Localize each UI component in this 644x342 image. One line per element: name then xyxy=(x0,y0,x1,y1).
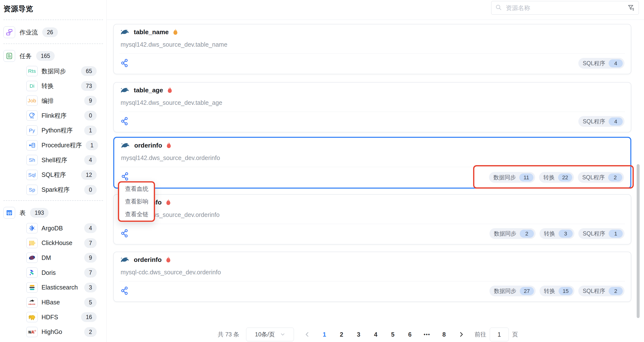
lineage-share-icon[interactable] xyxy=(120,59,129,67)
task-count-tag[interactable]: 数据同步2 xyxy=(490,228,536,239)
task-count-tags: SQL程序4 xyxy=(578,116,624,127)
task-count-tag[interactable]: SQL程序2 xyxy=(578,172,624,183)
sidebar-item-spark[interactable]: SpSpark程序0 xyxy=(26,182,97,197)
mysql-dolphin-icon xyxy=(120,87,130,94)
resource-name: orderinfo xyxy=(134,142,162,149)
sidebar-group-table[interactable]: 表193 xyxy=(4,205,48,220)
sidebar-item-highgo[interactable]: 瀚高 HighGo2 xyxy=(26,325,97,339)
filter-icon[interactable] xyxy=(628,4,635,12)
resource-path: mysql142.dws_source_dev.table_name xyxy=(120,41,227,48)
goto-label: 前往 xyxy=(474,330,486,338)
search-input[interactable] xyxy=(505,4,624,12)
prev-page-button[interactable] xyxy=(299,331,316,337)
tag-label: 数据同步 xyxy=(494,230,516,237)
menu-item-view-fullchain[interactable]: 查看全链 xyxy=(119,208,154,221)
lineage-share-icon[interactable] xyxy=(120,117,129,126)
resource-name: table_age xyxy=(134,87,163,94)
lineage-share-icon[interactable] xyxy=(120,172,130,181)
next-page-button[interactable] xyxy=(452,331,470,337)
task-count-tag[interactable]: 转换15 xyxy=(540,285,574,296)
tag-label: 数据同步 xyxy=(494,287,516,295)
tag-label: 转换 xyxy=(544,174,555,181)
task-count-tag[interactable]: 数据同步27 xyxy=(490,285,536,296)
sidebar-item-transform[interactable]: Di转换73 xyxy=(26,79,97,93)
workflow-icon xyxy=(4,26,15,38)
transform-badge-icon: Di xyxy=(26,81,38,91)
sidebar-item-doris[interactable]: Doris7 xyxy=(26,265,97,280)
sidebar-group-count: 165 xyxy=(36,51,55,61)
resource-card-header: table_age xyxy=(120,85,173,95)
sql-badge-icon: Sql xyxy=(26,170,38,180)
menu-item-view-lineage[interactable]: 查看血统 xyxy=(119,182,154,195)
resource-card[interactable]: table_name mysql142.dws_source_dev.table… xyxy=(113,24,631,74)
highgo-icon: 瀚高 xyxy=(26,327,38,337)
task-count-tag[interactable]: SQL程序2 xyxy=(578,285,624,296)
sidebar-item-python[interactable]: PyPython程序1 xyxy=(26,123,97,138)
page-button-3[interactable]: 3 xyxy=(350,331,367,338)
elasticsearch-icon xyxy=(26,282,38,293)
sidebar-item-label: 编排 xyxy=(42,97,54,105)
sidebar-item-flink[interactable]: FlinkFlink程序0 xyxy=(26,108,97,123)
lineage-share-icon[interactable] xyxy=(120,229,129,238)
shell-badge-icon: Sh xyxy=(26,155,38,165)
sidebar-item-label: HighGo xyxy=(42,328,62,335)
sidebar-item-label: ArgoDB xyxy=(42,225,63,232)
resource-card[interactable]: orderinfo mysql-cdc.dws_source_dev.order… xyxy=(113,252,631,302)
task-count-tag[interactable]: SQL程序4 xyxy=(578,116,624,127)
tag-label: 数据同步 xyxy=(494,174,516,181)
menu-item-view-impact[interactable]: 查看影响 xyxy=(119,195,154,208)
lineage-share-icon[interactable] xyxy=(120,286,129,295)
sidebar-item-argodb[interactable]: ArgoDB4 xyxy=(26,221,97,235)
page-button-2[interactable]: 2 xyxy=(333,331,350,338)
sidebar-item-elasticsearch[interactable]: Elasticsearch3 xyxy=(26,280,97,295)
sidebar-group-task[interactable]: 任务165 xyxy=(4,49,55,63)
task-count-tag[interactable]: SQL程序1 xyxy=(578,228,624,239)
pagination-bar: 共 73 条10条/页123456•••8前往页 xyxy=(218,327,518,341)
sidebar-item-label: Flink程序 xyxy=(42,112,67,120)
resource-card[interactable]: orderinfo mysql142.dws_source_dev.orderi… xyxy=(113,194,631,244)
sidebar-item-count: 1 xyxy=(86,140,98,150)
sidebar-item-procedure[interactable]: Procedure程序1 xyxy=(26,138,97,153)
sidebar-item-dm[interactable]: DM9 xyxy=(26,250,97,265)
task-count-tag[interactable]: 数据同步11 xyxy=(489,172,535,183)
card-divider xyxy=(120,54,625,54)
sidebar-item-count: 7 xyxy=(84,268,97,277)
resource-card-header: orderinfo xyxy=(120,254,172,265)
sidebar-group-workflow[interactable]: 作业流26 xyxy=(4,25,58,40)
orchestrate-badge-text: Job xyxy=(28,98,36,104)
mysql-dolphin-icon xyxy=(120,256,130,263)
vertical-scrollbar-thumb[interactable] xyxy=(637,164,640,318)
sidebar-item-clickhouse[interactable]: ClickHouse7 xyxy=(26,236,97,250)
spark-badge-icon: Sp xyxy=(26,185,38,195)
tag-label: 转换 xyxy=(544,230,555,237)
page-button-6[interactable]: 6 xyxy=(401,331,418,338)
sidebar-item-count: 9 xyxy=(84,96,97,106)
page-button-4[interactable]: 4 xyxy=(367,331,384,338)
resource-card[interactable]: orderinfo mysql142.dws_source_dev.orderi… xyxy=(113,137,631,189)
task-count-tag[interactable]: SQL程序4 xyxy=(578,58,624,69)
goto-page-input[interactable] xyxy=(490,327,509,341)
resource-sidebar: 资源导览 作业流26 任务165Rts数据同步65Di转换73Job编排9 Fl… xyxy=(0,0,107,342)
sidebar-item-hbase[interactable]: HBASEHBase5 xyxy=(26,295,97,310)
sidebar-item-data-sync[interactable]: Rts数据同步65 xyxy=(26,64,97,78)
sidebar-item-orchestrate[interactable]: Job编排9 xyxy=(26,93,97,108)
resource-card[interactable]: table_age mysql142.dws_source_dev.table_… xyxy=(113,82,631,132)
sidebar-item-hdfs[interactable]: HDFS16 xyxy=(26,310,97,324)
tag-count-badge: 4 xyxy=(608,59,623,67)
goto-suffix: 页 xyxy=(512,330,518,338)
task-count-tags: 数据同步11转换22SQL程序2 xyxy=(489,172,624,183)
sidebar-item-count: 4 xyxy=(84,223,97,233)
sidebar-item-sql[interactable]: SqlSQL程序12 xyxy=(26,168,97,182)
page-size-select[interactable]: 10条/页 xyxy=(246,327,294,341)
tag-count-badge: 2 xyxy=(608,173,622,181)
task-count-tag[interactable]: 转换22 xyxy=(539,172,574,183)
sidebar-item-shell[interactable]: ShShell程序4 xyxy=(26,153,97,167)
page-button-8[interactable]: 8 xyxy=(436,331,452,338)
more-pages-button[interactable]: ••• xyxy=(418,332,436,337)
clickhouse-icon xyxy=(26,238,38,248)
page-button-1[interactable]: 1 xyxy=(316,331,333,338)
tag-label: SQL程序 xyxy=(583,118,605,125)
task-count-tag[interactable]: 转换3 xyxy=(540,228,574,239)
page-button-5[interactable]: 5 xyxy=(384,331,401,338)
data-sync-badge-text: Rts xyxy=(28,68,36,74)
